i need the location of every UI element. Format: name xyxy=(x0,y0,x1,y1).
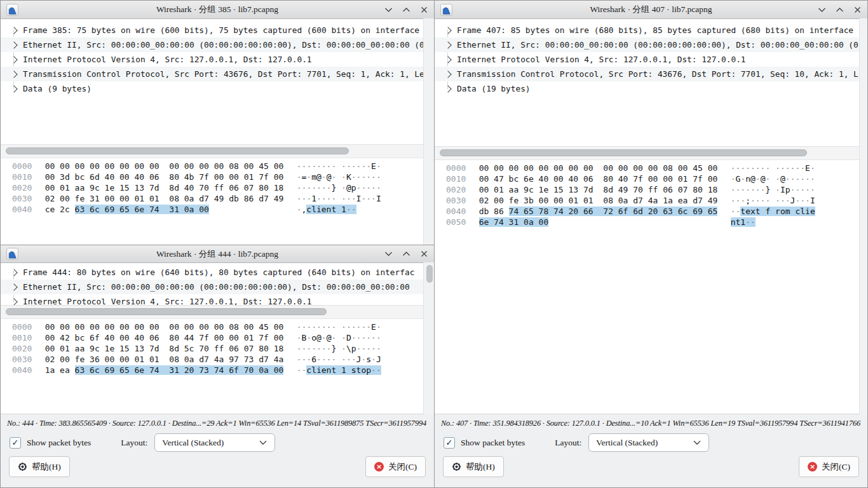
chevron-right-icon[interactable] xyxy=(10,283,17,290)
hex-row[interactable]: 000000 00 00 00 00 00 00 00 00 00 00 00 … xyxy=(12,161,434,172)
horizontal-scrollbar[interactable] xyxy=(435,146,867,160)
layout-dropdown[interactable]: Vertical (Stacked) xyxy=(154,433,275,452)
horizontal-scrollbar[interactable] xyxy=(1,305,434,319)
tree-row[interactable]: Internet Protocol Version 4, Src: 127.0.… xyxy=(1,294,434,305)
hex-offset: 0030 xyxy=(446,196,466,205)
help-wheel-icon xyxy=(18,462,27,471)
scrollbar-thumb[interactable] xyxy=(440,149,807,156)
packet-bytes-pane[interactable]: 000000 00 00 00 00 00 00 00 00 00 00 00 … xyxy=(1,158,434,245)
chevron-right-icon[interactable] xyxy=(10,85,17,92)
show-packet-bytes-checkbox[interactable]: ✓ Show packet bytes xyxy=(444,437,525,449)
chevron-right-icon[interactable] xyxy=(10,269,17,276)
hex-row[interactable]: 001000 3d bc 6d 40 00 40 06 80 4b 7f 00 … xyxy=(12,172,434,182)
show-packet-bytes-checkbox[interactable]: ✓ Show packet bytes xyxy=(10,437,91,449)
tree-row[interactable]: Data (9 bytes) xyxy=(1,81,434,96)
close-button[interactable]: × 关闭(C) xyxy=(799,456,859,477)
tree-row[interactable]: Frame 385: 75 bytes on wire (600 bits), … xyxy=(1,23,434,37)
tree-row[interactable]: Ethernet II, Src: 00:00:00_00:00:00 (00:… xyxy=(1,37,434,52)
maximize-button[interactable] xyxy=(835,5,844,14)
vertical-scrollbar-track[interactable] xyxy=(423,262,434,414)
tree-row[interactable]: Ethernet II, Src: 00:00:00_00:00:00 (00:… xyxy=(435,37,867,52)
hex-row[interactable]: 000000 00 00 00 00 00 00 00 00 00 00 00 … xyxy=(12,322,434,332)
tree-row[interactable]: Transmission Control Protocol, Src Port:… xyxy=(1,67,434,81)
packet-detail-tree[interactable]: Frame 407: 85 bytes on wire (680 bits), … xyxy=(435,19,867,146)
close-window-button[interactable] xyxy=(853,5,862,14)
minimize-button[interactable] xyxy=(384,250,393,259)
hex-row[interactable]: 003002 00 fe 36 00 00 01 01 08 0a d7 4a … xyxy=(12,354,434,365)
chevron-right-icon[interactable] xyxy=(10,298,17,305)
close-window-button[interactable] xyxy=(419,5,428,14)
tree-row[interactable]: Ethernet II, Src: 00:00:00_00:00:00 (00:… xyxy=(1,280,434,294)
chevron-right-icon[interactable] xyxy=(444,41,451,48)
help-button[interactable]: 帮助(H) xyxy=(9,456,70,477)
titlebar[interactable]: Wireshark · 分组 444 · lib7.pcapng xyxy=(1,245,434,263)
hex-row[interactable]: 002000 01 aa 9c 1e 15 13 7d 8d 40 70 ff … xyxy=(12,182,434,193)
maximize-button[interactable] xyxy=(402,250,410,259)
hex-row[interactable]: 0040db 86 74 65 78 74 20 66 72 6f 6d 20 … xyxy=(446,206,867,217)
chevron-right-icon[interactable] xyxy=(444,56,451,63)
hex-offset: 0000 xyxy=(12,161,32,171)
hex-offset: 0010 xyxy=(446,174,466,184)
tree-row[interactable]: Frame 407: 85 bytes on wire (680 bits), … xyxy=(435,23,867,37)
help-button[interactable]: 帮助(H) xyxy=(443,456,504,477)
minimize-button[interactable] xyxy=(817,5,826,14)
packet-bytes-pane[interactable]: 000000 00 00 00 00 00 00 00 00 00 00 00 … xyxy=(1,319,434,414)
minimize-button[interactable] xyxy=(384,5,393,14)
hex-bytes: 00 3d bc 6d 40 00 40 06 80 4b 7f 00 00 0… xyxy=(45,172,284,182)
layout-dropdown[interactable]: Vertical (Stacked) xyxy=(588,433,709,452)
hex-bytes: 02 00 fe 36 00 00 01 01 08 0a d7 4a 97 7… xyxy=(45,355,284,364)
hex-ascii: ········ ······E· xyxy=(297,322,381,332)
titlebar[interactable]: Wireshark · 分组 407 · lib7.pcapng xyxy=(435,1,867,19)
tree-row[interactable]: Frame 444: 80 bytes on wire (640 bits), … xyxy=(1,265,434,280)
tree-row-label: Transmission Control Protocol, Src Port:… xyxy=(23,69,424,79)
chevron-right-icon[interactable] xyxy=(10,41,17,48)
scrollbar-thumb[interactable] xyxy=(6,147,349,154)
hex-ascii: nt1·· xyxy=(731,217,756,227)
hex-row[interactable]: 001000 47 bc 6e 40 00 40 06 80 40 7f 00 … xyxy=(446,173,867,184)
tree-row[interactable]: Internet Protocol Version 4, Src: 127.0.… xyxy=(435,52,867,67)
hex-ascii: ·=·m@·@· ·K······ xyxy=(297,172,381,182)
titlebar[interactable]: Wireshark · 分组 385 · lib7.pcapng xyxy=(1,1,434,19)
packet-status-line: No.: 444 · Time: 383.865565409 · Source:… xyxy=(1,414,434,428)
packet-detail-tree[interactable]: Frame 444: 80 bytes on wire (640 bits), … xyxy=(1,263,434,305)
tree-row-label: Data (19 bytes) xyxy=(457,84,531,93)
help-wheel-icon xyxy=(452,462,461,471)
hex-row[interactable]: 00401a ea 63 6c 69 65 6e 74 31 20 73 74 … xyxy=(12,365,434,376)
hex-row[interactable]: 00506e 74 31 0a 00nt1·· xyxy=(446,217,867,227)
maximize-button[interactable] xyxy=(402,5,410,14)
hex-bytes: 02 00 fe 31 00 00 01 01 08 0a d7 49 db 8… xyxy=(45,194,284,203)
packet-status-line: No.: 407 · Time: 351.984318926 · Source:… xyxy=(435,414,867,428)
scrollbar-thumb[interactable] xyxy=(6,308,327,315)
hex-ascii: ·B·o@·@· ·D······ xyxy=(297,333,381,342)
vertical-scrollbar-track[interactable] xyxy=(859,18,867,414)
hex-row[interactable]: 003002 00 fe 3b 00 00 01 01 08 0a d7 4a … xyxy=(446,195,867,206)
tree-row[interactable]: Transmission Control Protocol, Src Port:… xyxy=(435,67,867,81)
vertical-scrollbar-thumb[interactable] xyxy=(426,265,433,283)
tree-row[interactable]: Data (19 bytes) xyxy=(435,81,867,96)
close-button[interactable]: × 关闭(C) xyxy=(365,456,426,477)
hex-offset: 0000 xyxy=(446,163,466,173)
packet-bytes-pane[interactable]: 000000 00 00 00 00 00 00 00 00 00 00 00 … xyxy=(435,160,867,414)
chevron-right-icon[interactable] xyxy=(10,27,17,34)
hex-row[interactable]: 001000 42 bc 6f 40 00 40 06 80 44 7f 00 … xyxy=(12,332,434,343)
chevron-right-icon[interactable] xyxy=(10,71,17,78)
chevron-right-icon[interactable] xyxy=(444,71,451,78)
vertical-scrollbar-track[interactable] xyxy=(423,18,434,245)
close-window-button[interactable] xyxy=(419,250,428,259)
horizontal-scrollbar[interactable] xyxy=(1,144,434,158)
hex-row[interactable]: 002000 01 aa 9c 1e 15 13 7d 8d 5c 70 ff … xyxy=(12,343,434,354)
hex-row[interactable]: 000000 00 00 00 00 00 00 00 00 00 00 00 … xyxy=(446,163,867,173)
tree-row-label: Ethernet II, Src: 00:00:00_00:00:00 (00:… xyxy=(23,282,410,292)
window-title: Wireshark · 分组 407 · lib7.pcapng xyxy=(435,4,867,15)
hex-row[interactable]: 002000 01 aa 9c 1e 15 13 7d 8d 49 70 ff … xyxy=(446,184,867,195)
chevron-right-icon[interactable] xyxy=(444,27,451,34)
hex-bytes: 00 01 aa 9c 1e 15 13 7d 8d 5c 70 ff 06 0… xyxy=(45,344,284,353)
hex-row[interactable]: 003002 00 fe 31 00 00 01 01 08 0a d7 49 … xyxy=(12,193,434,204)
hex-row[interactable]: 0040ce 2c 63 6c 69 65 6e 74 31 0a 00·,cl… xyxy=(12,204,434,215)
chevron-right-icon[interactable] xyxy=(10,56,17,63)
packet-detail-tree[interactable]: Frame 385: 75 bytes on wire (600 bits), … xyxy=(1,19,434,144)
hex-offset: 0050 xyxy=(446,217,466,227)
window-title: Wireshark · 分组 444 · lib7.pcapng xyxy=(1,248,434,260)
chevron-right-icon[interactable] xyxy=(444,85,451,92)
tree-row[interactable]: Internet Protocol Version 4, Src: 127.0.… xyxy=(1,52,434,67)
